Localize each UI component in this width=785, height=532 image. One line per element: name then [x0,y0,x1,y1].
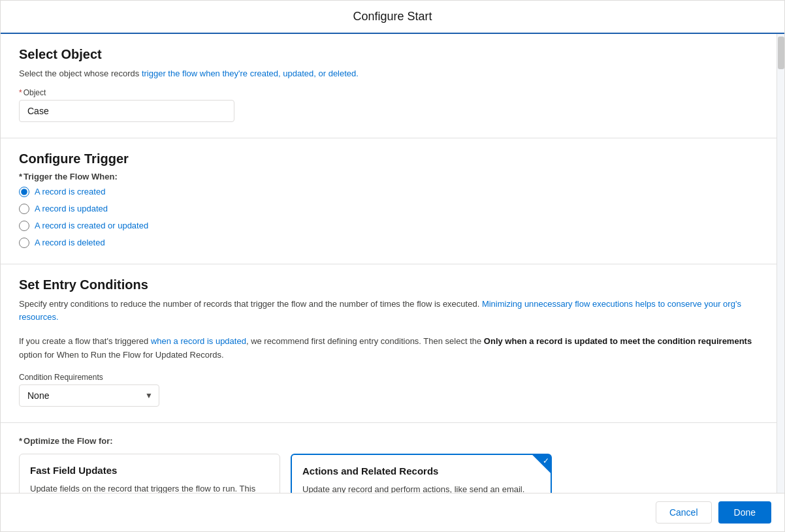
optimize-label: *Optimize the Flow for: [19,436,766,446]
radio-created-updated-label: A record is created or updated [35,221,148,230]
optimize-section: *Optimize the Flow for: Fast Field Updat… [1,423,784,493]
description-link[interactable]: trigger the flow when they're created, u… [142,69,359,78]
optimize-required-star: * [19,436,22,446]
trigger-radio-group: A record is created A record is updated … [19,187,766,248]
done-button[interactable]: Done [718,501,771,524]
radio-updated[interactable] [19,204,29,214]
actions-related-records-card[interactable]: Actions and Related Records Update any r… [291,454,552,493]
optimize-label-text: Optimize the Flow for: [24,436,113,446]
condition-requirements-label: Condition Requirements [19,373,766,382]
configure-start-modal: Configure Start Select Object Select the… [0,0,785,532]
cancel-button[interactable]: Cancel [656,501,712,524]
radio-deleted[interactable] [19,238,29,248]
condition-select-wrapper: None All Conditions Are Met Any Conditio… [19,384,159,407]
radio-item-updated[interactable]: A record is updated [19,204,766,214]
set-entry-conditions-section: Set Entry Conditions Specify entry condi… [1,264,784,423]
description-plain: Select the object whose records [19,69,142,78]
radio-item-created-updated[interactable]: A record is created or updated [19,221,766,231]
condition-requirements-select[interactable]: None All Conditions Are Met Any Conditio… [19,384,159,407]
modal-content-wrapper: Select Object Select the object whose re… [1,34,784,493]
radio-item-created[interactable]: A record is created [19,187,766,197]
trigger-required-star: * [19,172,22,181]
object-input[interactable] [19,100,234,122]
entry-desc1-plain: Specify entry conditions to reduce the n… [19,299,482,309]
select-object-description: Select the object whose records trigger … [19,67,766,80]
radio-created-updated[interactable] [19,221,29,231]
fast-field-updates-card[interactable]: Fast Field Updates Update fields on the … [19,454,280,493]
modal-scroll-area[interactable]: Select Object Select the object whose re… [1,34,784,493]
modal-title: Configure Start [353,10,432,23]
radio-created-label: A record is created [35,187,105,196]
fast-field-title: Fast Field Updates [30,465,269,476]
entry-description-2: If you create a flow that's triggered wh… [19,335,766,362]
required-star: * [19,88,22,97]
trigger-label-text: Trigger the Flow When: [24,172,118,181]
modal-header: Configure Start [1,1,784,34]
entry-desc2-plain1: If you create a flow that's triggered [19,336,151,346]
scrollbar-track[interactable] [777,34,784,493]
scrollbar-thumb [778,37,784,69]
entry-desc2-plain2: , we recommend first defining entry cond… [246,336,484,346]
fast-field-description: Update fields on the record that trigger… [30,482,269,493]
radio-deleted-label: A record is deleted [35,238,105,247]
select-object-section: Select Object Select the object whose re… [1,34,784,138]
optimize-cards-row: Fast Field Updates Update fields on the … [19,454,766,493]
trigger-flow-when-label: *Trigger the Flow When: [19,172,766,181]
entry-desc2-bold: Only when a record is updated to meet th… [484,336,752,346]
actions-related-title: Actions and Related Records [302,465,540,477]
entry-desc2-link1[interactable]: when a record is updated [151,336,246,346]
radio-created[interactable] [19,187,29,197]
configure-trigger-section: Configure Trigger *Trigger the Flow When… [1,138,784,264]
entry-description-1: Specify entry conditions to reduce the n… [19,298,766,325]
configure-trigger-title: Configure Trigger [19,151,766,166]
radio-updated-label: A record is updated [35,204,108,213]
object-field-label: *Object [19,88,766,97]
select-object-title: Select Object [19,47,766,62]
radio-item-deleted[interactable]: A record is deleted [19,238,766,248]
entry-conditions-title: Set Entry Conditions [19,277,766,292]
entry-desc2-plain3: option for When to Run the Flow for Upda… [19,350,224,360]
actions-related-description: Update any record and perform actions, l… [302,483,540,493]
modal-footer: Cancel Done [1,493,784,531]
